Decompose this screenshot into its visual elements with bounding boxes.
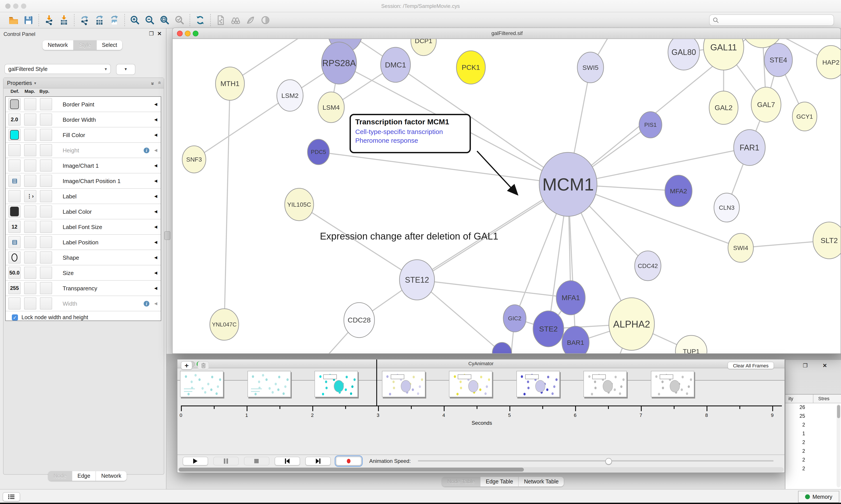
empty-cell[interactable] [24,113,36,126]
timeline-playhead[interactable] [376,360,377,406]
expand-row-icon[interactable]: ◀ [154,102,157,106]
expand-row-icon[interactable]: ◀ [154,194,157,198]
table-row[interactable]: 2 [785,447,841,456]
empty-cell[interactable] [40,129,52,141]
shape-ellipse-icon[interactable] [8,251,21,264]
default-value[interactable]: 2.0 [8,113,21,126]
color-swatch[interactable] [8,98,21,110]
empty-cell[interactable] [24,251,36,264]
mapping-icon[interactable]: ⋮› [24,190,36,202]
color-swatch[interactable] [8,205,21,218]
export-table-icon[interactable] [94,15,105,26]
color-swatch[interactable] [8,129,21,141]
frame-thumbnail-4[interactable] [382,371,425,397]
clear-all-frames-button[interactable]: Clear All Frames [728,362,774,369]
empty-cell[interactable] [8,190,21,202]
refresh-view-icon[interactable] [195,15,206,26]
add-frame-button[interactable]: + [181,361,192,370]
timeline-scrollbar[interactable] [178,467,784,472]
frame-thumbnail-8[interactable] [651,371,694,397]
show-log-button[interactable] [3,492,20,501]
table-tab-node-table[interactable]: Node Table [442,477,481,486]
empty-cell[interactable] [24,236,36,248]
expand-row-icon[interactable]: ◀ [154,148,157,152]
cyanimator-titlebar[interactable]: CyAnimator [177,360,785,368]
panel-splitter-handle[interactable] [164,231,171,240]
slider-handle[interactable] [605,458,612,464]
zoom-fit-icon[interactable] [159,15,171,26]
table-row[interactable]: 1 [785,430,841,438]
empty-cell[interactable] [8,144,21,156]
network-canvas[interactable]: RPS28ADMC1DCP1PCK1SWI5MTH1LSM2LSM4SNF3PD… [172,39,841,354]
empty-cell[interactable] [40,159,52,172]
empty-cell[interactable] [24,297,36,310]
property-row[interactable]: 50.0Size◀ [6,265,161,281]
expand-row-icon[interactable]: ◀ [154,118,157,122]
empty-cell[interactable] [24,98,36,110]
empty-cell[interactable] [40,236,52,248]
empty-cell[interactable] [40,267,52,279]
tab-select[interactable]: Select [96,40,122,50]
tab-style[interactable]: Style [74,40,97,50]
play-button[interactable] [183,456,208,465]
expand-row-icon[interactable]: ◀ [154,286,157,290]
property-row[interactable]: Fill Color◀ [6,127,161,143]
property-row[interactable]: Label Color◀ [6,204,161,219]
expand-row-icon[interactable]: ◀ [154,163,157,168]
collapse-all-icon[interactable]: » [156,82,162,84]
import-network-icon[interactable] [43,15,55,26]
property-row[interactable]: Widthi◀ [6,296,161,311]
annotation-link[interactable]: Pheromone response [355,137,465,144]
empty-cell[interactable] [24,129,36,141]
expand-row-icon[interactable]: ◀ [154,209,157,214]
empty-cell[interactable] [40,113,52,126]
frame-thumbnail-1[interactable] [180,371,223,397]
close-panel-icon[interactable]: ✕ [157,31,162,37]
table-row[interactable]: 2 [785,438,841,447]
empty-cell[interactable] [40,297,52,310]
frame-thumbnail-6[interactable] [516,371,559,397]
node-table-header[interactable]: ity Stres [785,395,841,403]
empty-cell[interactable] [24,159,36,172]
empty-cell[interactable] [40,190,52,202]
expand-row-icon[interactable]: ◀ [154,271,157,275]
table-row[interactable]: 26 [785,403,841,412]
search-input[interactable] [719,17,834,24]
column-header[interactable]: Stres [818,396,829,401]
property-row[interactable]: Image/Chart Position 1◀ [6,174,161,189]
empty-cell[interactable] [8,297,21,310]
empty-cell[interactable] [8,159,21,172]
empty-cell[interactable] [40,221,52,233]
empty-cell[interactable] [24,267,36,279]
tab-network[interactable]: Network [42,40,74,50]
import-table-icon[interactable] [58,15,70,26]
table-row[interactable]: 25 [785,412,841,421]
empty-cell[interactable] [24,144,36,156]
default-value[interactable]: 50.0 [8,267,21,279]
style-options-button[interactable]: ▾ [116,64,135,75]
network-window-titlebar[interactable]: galFiltered.sif [172,28,841,39]
frame-thumbnail-3[interactable] [315,371,358,397]
expand-row-icon[interactable]: ◀ [154,240,157,244]
table-scrollbar[interactable] [837,404,841,487]
panel-tab-network[interactable]: Network [96,471,127,481]
empty-cell[interactable] [40,144,52,156]
panel-tab-node[interactable]: Node [48,471,72,481]
empty-cell[interactable] [40,98,52,110]
property-row[interactable]: 12Label Font Size◀ [6,219,161,235]
property-row[interactable]: Border Paint◀ [6,97,161,112]
default-value[interactable]: 255 [8,282,21,294]
record-button[interactable] [336,456,361,465]
search-box[interactable] [709,15,834,26]
default-value[interactable]: 12 [8,221,21,233]
property-row[interactable]: 2.0Border Width◀ [6,112,161,127]
empty-cell[interactable] [40,251,52,264]
expand-row-icon[interactable]: ◀ [154,224,157,229]
stop-button[interactable] [244,456,269,465]
frame-thumbnail-5[interactable] [449,371,492,397]
export-network-icon[interactable] [79,15,90,26]
save-session-icon[interactable] [23,15,34,26]
delete-frame-button[interactable] [198,361,209,370]
empty-cell[interactable] [40,282,52,294]
table-tab-edge-table[interactable]: Edge Table [481,477,519,486]
